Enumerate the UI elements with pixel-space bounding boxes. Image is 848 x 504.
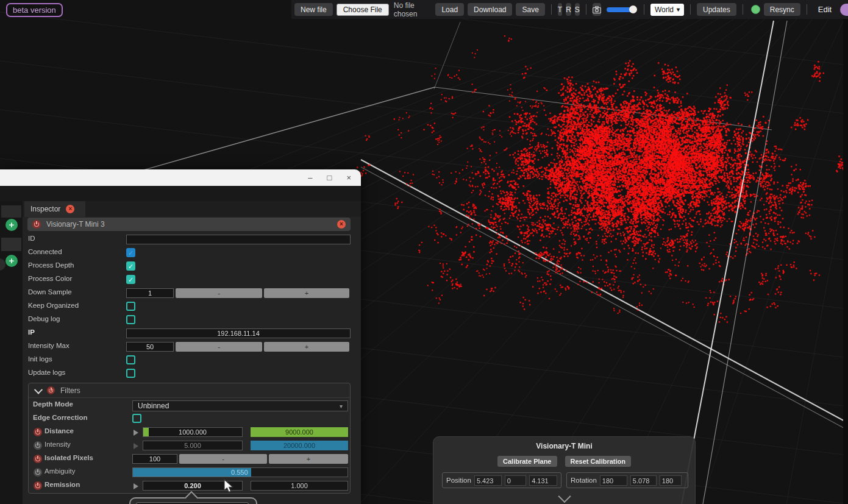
init-logs-checkbox[interactable] — [126, 355, 135, 364]
window-titlebar[interactable]: – □ × — [0, 169, 361, 186]
filters-title: Filters — [60, 386, 80, 395]
remove-device-icon[interactable]: × — [337, 220, 346, 229]
intensity-max-input[interactable] — [126, 342, 174, 352]
filter-row: Ambiguity 0.550 — [29, 467, 350, 478]
calibrate-plane-button[interactable]: Calibrate Plane — [497, 456, 557, 467]
position-group: Position 5.423 0 4.131 — [442, 472, 561, 488]
power-icon[interactable] — [34, 468, 42, 477]
isolated-pixels-input[interactable] — [132, 454, 177, 464]
increment-button[interactable]: + — [264, 288, 349, 298]
load-button[interactable]: Load — [435, 3, 464, 16]
decrement-button[interactable]: - — [176, 288, 262, 298]
position-z-input[interactable]: 4.131 — [529, 475, 557, 486]
power-icon[interactable] — [34, 481, 42, 490]
filters-group: Filters Depth Mode Unbinned ▾ Edge Corre… — [28, 383, 351, 494]
field-label: Edge Correction — [33, 414, 87, 421]
field-label: Keep Organized — [28, 302, 79, 309]
update-logs-checkbox[interactable] — [126, 369, 135, 378]
point-size-slider[interactable] — [607, 7, 636, 13]
decrement-button[interactable]: - — [176, 342, 262, 352]
intensity-max-field[interactable]: 20000.000 — [251, 441, 348, 450]
coordinate-space-select[interactable]: World ▾ — [650, 4, 684, 16]
application-root: beta version New file Choose File No fil… — [0, 0, 848, 504]
power-icon[interactable] — [47, 386, 55, 394]
rotation-z-input[interactable]: 180 — [660, 475, 682, 486]
position-x-input[interactable]: 5.423 — [474, 475, 502, 486]
power-icon[interactable] — [34, 428, 42, 436]
camera-snapshot-button[interactable] — [593, 3, 601, 16]
id-input[interactable] — [126, 235, 351, 244]
play-icon[interactable] — [134, 443, 138, 449]
maximize-button[interactable]: □ — [327, 174, 332, 182]
field-label: Update logs — [28, 369, 65, 376]
down-sample-input[interactable] — [126, 288, 174, 298]
rotation-y-input[interactable]: 5.078 — [630, 475, 657, 486]
increment-button[interactable]: + — [269, 454, 348, 464]
dock-slot[interactable] — [1, 205, 21, 218]
save-button[interactable]: Save — [516, 3, 544, 16]
debug-log-checkbox[interactable] — [126, 315, 135, 324]
ambiguity-slider[interactable]: 0.550 — [132, 467, 348, 477]
rotation-x-input[interactable]: 180 — [600, 475, 627, 486]
new-file-button[interactable]: New file — [294, 3, 333, 16]
distance-max-value: 9000.000 — [285, 428, 313, 436]
close-window-button[interactable]: × — [346, 174, 351, 182]
process-color-checkbox[interactable] — [126, 275, 135, 284]
process-depth-checkbox[interactable] — [126, 261, 135, 271]
reset-calibration-button[interactable]: Reset Calibration — [565, 456, 631, 467]
add-panel-button[interactable]: + — [5, 219, 18, 231]
ip-input[interactable] — [126, 328, 351, 338]
property-row: Update logs — [0, 369, 361, 380]
remission-min-field[interactable]: 0.200 — [143, 481, 243, 491]
play-icon[interactable] — [134, 430, 138, 436]
play-icon[interactable] — [134, 483, 138, 489]
translate-tool-button[interactable]: T — [558, 3, 562, 16]
edit-mode-label: Edit — [818, 5, 832, 14]
field-label: IP — [28, 328, 35, 336]
toolbar-separator — [586, 4, 586, 15]
collapse-chevron-icon[interactable] — [34, 385, 43, 394]
toolbar-separator — [743, 4, 743, 15]
power-icon[interactable] — [32, 220, 41, 229]
connected-checkbox[interactable] — [126, 248, 135, 257]
minimize-button[interactable]: – — [308, 174, 312, 182]
range-fill — [143, 428, 149, 436]
decrement-button[interactable]: - — [179, 454, 267, 464]
resync-button[interactable]: Resync — [764, 3, 800, 16]
tab-inspector[interactable]: Inspector × — [24, 201, 85, 217]
camera-icon — [593, 6, 601, 13]
filters-header[interactable]: Filters — [29, 383, 350, 398]
distance-min-field[interactable]: 1000.000 — [143, 427, 243, 437]
power-icon[interactable] — [34, 441, 42, 450]
power-icon[interactable] — [34, 455, 42, 463]
beta-version-badge: beta version — [6, 3, 63, 17]
connection-status-dot — [751, 5, 760, 14]
value-tooltip — [129, 497, 257, 504]
field-label: ID — [28, 235, 35, 242]
property-row: Connected — [0, 248, 361, 259]
intensity-min-field[interactable]: 5.000 — [143, 441, 243, 450]
device-header[interactable]: Visionary-T Mini 3 × — [27, 218, 351, 231]
depth-mode-select[interactable]: Unbinned ▾ — [132, 400, 348, 411]
position-y-input[interactable]: 0 — [505, 475, 526, 486]
edge-correction-checkbox[interactable] — [132, 414, 141, 423]
updates-button[interactable]: Updates — [697, 3, 736, 16]
choose-file-button[interactable]: Choose File — [337, 4, 389, 16]
slider-knob[interactable] — [629, 5, 637, 13]
calibration-buttons: Calibrate Plane Reset Calibration — [433, 456, 695, 467]
intensity-min-value: 5.000 — [184, 442, 201, 449]
slider-fill: 0.550 — [133, 468, 251, 477]
expand-chevron-icon[interactable] — [558, 490, 571, 503]
scale-tool-button[interactable]: S — [575, 3, 580, 16]
download-button[interactable]: Download — [468, 3, 512, 16]
distance-max-field[interactable]: 9000.000 — [251, 427, 348, 437]
close-tab-icon[interactable]: × — [66, 205, 74, 213]
edit-perform-toggle[interactable] — [840, 4, 848, 16]
property-row: Init logs — [0, 355, 361, 366]
chevron-down-icon: ▾ — [340, 403, 343, 410]
rotate-tool-button[interactable]: R — [566, 3, 571, 16]
remission-max-field[interactable]: 1.000 — [251, 481, 348, 491]
rotation-label: Rotation — [571, 477, 597, 484]
keep-organized-checkbox[interactable] — [126, 302, 135, 311]
increment-button[interactable]: + — [264, 342, 349, 352]
